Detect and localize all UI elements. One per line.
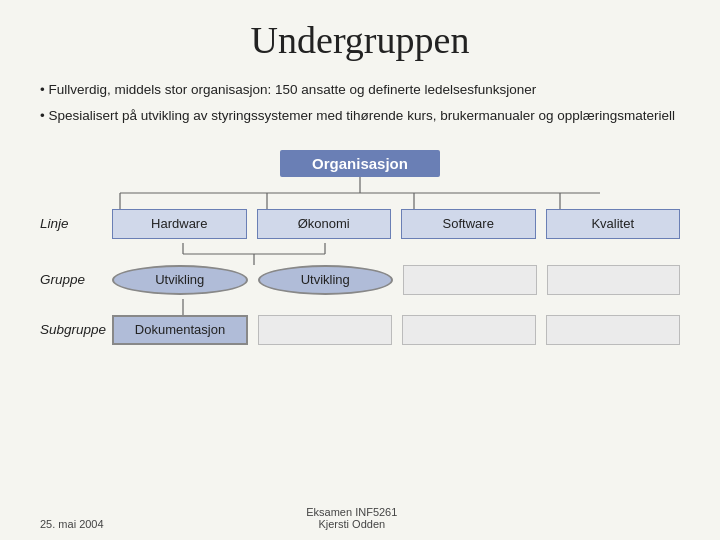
- linje-boxes: Hardware Økonomi Software Kvalitet: [112, 209, 680, 239]
- box-utvikling-2: Utvikling: [258, 265, 394, 295]
- box-subgruppe-2: [258, 315, 392, 345]
- box-utvikling-1: Utvikling: [112, 265, 248, 295]
- gruppe-row: Gruppe Utvikling Utvikling: [40, 265, 680, 295]
- footer-line1: Eksamen INF5261: [104, 506, 600, 518]
- connector-lines-top: [60, 177, 660, 209]
- org-top-node: Organisasjon: [280, 150, 440, 177]
- footer-line2: Kjersti Odden: [104, 518, 600, 530]
- bullet-list: • Fullverdig, middels stor organisasjon:…: [40, 80, 680, 132]
- linje-row: Linje Hardware Økonomi Software Kvalitet: [40, 209, 680, 239]
- box-dokumentasjon: Dokumentasjon: [112, 315, 248, 345]
- box-software: Software: [401, 209, 536, 239]
- subgruppe-row: Subgruppe Dokumentasjon: [40, 315, 680, 345]
- box-subgruppe-4: [546, 315, 680, 345]
- subgruppe-label: Subgruppe: [40, 322, 112, 337]
- footer-center: Eksamen INF5261 Kjersti Odden: [104, 506, 600, 530]
- box-kvalitet: Kvalitet: [546, 209, 681, 239]
- connector-lines-gruppe: [112, 243, 680, 265]
- linje-label: Linje: [40, 216, 112, 231]
- connector-lines-subgruppe: [112, 299, 680, 315]
- box-gruppe-4: [547, 265, 681, 295]
- box-gruppe-3: [403, 265, 537, 295]
- box-okonomi: Økonomi: [257, 209, 392, 239]
- footer-date: 25. mai 2004: [40, 518, 104, 530]
- gruppe-boxes: Utvikling Utvikling: [112, 265, 680, 295]
- gruppe-label: Gruppe: [40, 272, 112, 287]
- bullet-2: • Spesialisert på utvikling av styringss…: [40, 106, 680, 127]
- subgruppe-boxes: Dokumentasjon: [112, 315, 680, 345]
- bullet-1: • Fullverdig, middels stor organisasjon:…: [40, 80, 680, 101]
- box-hardware: Hardware: [112, 209, 247, 239]
- box-subgruppe-3: [402, 315, 536, 345]
- page-title: Undergruppen: [40, 18, 680, 62]
- org-chart: Organisasjon Linje Hardware Økonomi Soft…: [40, 150, 680, 500]
- footer: 25. mai 2004 Eksamen INF5261 Kjersti Odd…: [40, 506, 680, 530]
